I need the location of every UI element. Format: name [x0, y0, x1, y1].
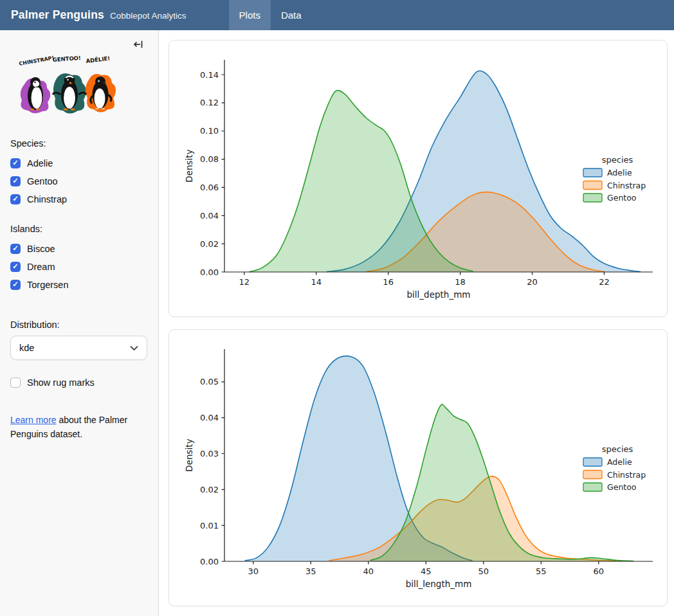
- legend-swatch-Adelie: [583, 168, 602, 177]
- svg-text:0.10: 0.10: [200, 126, 219, 136]
- svg-text:0.02: 0.02: [200, 485, 219, 494]
- svg-text:20: 20: [527, 277, 538, 287]
- series-group: [245, 356, 633, 561]
- legend-label-Gentoo: Gentoo: [607, 193, 637, 203]
- svg-text:0.03: 0.03: [200, 449, 219, 458]
- svg-text:12: 12: [239, 277, 250, 287]
- checkbox-icon[interactable]: [10, 158, 21, 168]
- legend-title: species: [602, 155, 633, 165]
- chevron-down-icon: [130, 345, 138, 351]
- svg-text:40: 40: [363, 566, 374, 576]
- svg-text:30: 30: [248, 566, 259, 576]
- learn-more-link[interactable]: Learn more: [10, 415, 57, 425]
- card-bill-length-plot: 303540455055600.000.010.020.030.040.05bi…: [168, 329, 668, 606]
- species-group-label: Species:: [10, 138, 148, 149]
- svg-text:45: 45: [421, 566, 432, 576]
- legend-swatch-Adelie: [583, 458, 602, 466]
- legend-label-Chinstrap: Chinstrap: [607, 470, 646, 480]
- adelie-label: ADÉLIE!: [86, 55, 111, 64]
- checkbox-island-biscoe[interactable]: Biscoe: [10, 240, 148, 258]
- species-filter-group: Species: Adelie Gentoo Chinstrap: [10, 138, 148, 208]
- svg-text:0.04: 0.04: [200, 413, 219, 422]
- legend-title: species: [602, 444, 633, 454]
- svg-text:0.12: 0.12: [200, 98, 219, 107]
- islands-filter-group: Islands: Biscoe Dream Torgersen: [10, 224, 148, 294]
- density-plot-bill_depth_mm: 1214161820220.000.020.040.060.080.100.12…: [169, 41, 667, 316]
- checkbox-icon[interactable]: [10, 244, 21, 254]
- distribution-select-value: kde: [19, 343, 34, 353]
- brand: Palmer Penguins Cobblepot Analytics: [0, 8, 187, 22]
- legend-label-Adelie: Adelie: [607, 168, 632, 177]
- svg-text:0.14: 0.14: [200, 70, 219, 80]
- checkbox-label: Show rug marks: [27, 377, 95, 388]
- checkbox-icon[interactable]: [10, 280, 21, 290]
- tab-plots[interactable]: Plots: [229, 0, 271, 30]
- legend-label-Chinstrap: Chinstrap: [607, 181, 646, 190]
- x-axis-label: bill_depth_mm: [407, 289, 471, 300]
- svg-text:35: 35: [305, 566, 316, 576]
- svg-text:0.00: 0.00: [200, 267, 219, 277]
- checkbox-island-dream[interactable]: Dream: [10, 258, 148, 276]
- checkbox-label: Biscoe: [27, 244, 55, 254]
- density-plot-bill_length_mm: 303540455055600.000.010.020.030.040.05bi…: [169, 330, 667, 606]
- distribution-select[interactable]: kde: [10, 336, 147, 360]
- app-title: Palmer Penguins: [11, 8, 104, 22]
- legend: speciesAdelieChinstrapGentoo: [583, 155, 646, 203]
- y-axis-label: Density: [184, 439, 194, 471]
- main-content: 1214161820220.000.020.040.060.080.100.12…: [159, 30, 674, 616]
- series-group: [250, 71, 640, 272]
- svg-text:18: 18: [455, 277, 466, 287]
- legend-swatch-Chinstrap: [583, 181, 602, 190]
- sidebar-collapse-icon[interactable]: [132, 39, 144, 50]
- svg-text:55: 55: [536, 566, 547, 576]
- app-subtitle: Cobblepot Analytics: [110, 11, 187, 21]
- x-axis-label: bill_length_mm: [406, 579, 472, 589]
- checkbox-species-chinstrap[interactable]: Chinstrap: [10, 190, 148, 208]
- nav-tabs: Plots Data: [229, 0, 312, 30]
- legend: speciesAdelieChinstrapGentoo: [583, 444, 646, 492]
- svg-text:0.06: 0.06: [200, 183, 219, 192]
- svg-text:60: 60: [594, 566, 605, 576]
- navbar: Palmer Penguins Cobblepot Analytics Plot…: [0, 0, 674, 30]
- islands-group-label: Islands:: [10, 224, 148, 234]
- svg-text:0.04: 0.04: [200, 211, 219, 221]
- svg-text:0.00: 0.00: [200, 557, 219, 566]
- checkbox-label: Adelie: [27, 158, 53, 168]
- svg-text:0.02: 0.02: [200, 239, 219, 249]
- gentoo-label: GENTOO!: [52, 55, 81, 63]
- checkbox-island-torgersen[interactable]: Torgersen: [10, 276, 148, 294]
- svg-text:0.05: 0.05: [200, 377, 219, 386]
- penguins-artwork-image: CHINSTRAP! GENTOO! ADÉLIE!: [10, 55, 120, 119]
- svg-text:0.01: 0.01: [200, 521, 219, 530]
- legend-swatch-Chinstrap: [583, 471, 602, 479]
- svg-text:0.08: 0.08: [200, 154, 219, 164]
- checkbox-label: Dream: [27, 262, 55, 272]
- sidebar-footer-text: Learn more about the Palmer Penguins dat…: [10, 413, 139, 441]
- tab-data[interactable]: Data: [271, 0, 312, 30]
- y-axis-label: Density: [184, 149, 194, 182]
- checkbox-species-adelie[interactable]: Adelie: [10, 154, 148, 172]
- svg-text:50: 50: [478, 566, 489, 576]
- checkbox-label: Torgersen: [27, 280, 68, 290]
- checkbox-show-rug-marks[interactable]: Show rug marks: [10, 374, 148, 392]
- checkbox-label: Gentoo: [27, 176, 58, 186]
- chinstrap-label: CHINSTRAP!: [19, 55, 55, 66]
- svg-text:14: 14: [311, 277, 322, 287]
- legend-label-Adelie: Adelie: [607, 457, 632, 467]
- svg-text:22: 22: [599, 277, 610, 287]
- checkbox-icon[interactable]: [10, 377, 21, 388]
- legend-swatch-Gentoo: [583, 483, 602, 491]
- checkbox-icon[interactable]: [10, 176, 21, 186]
- card-bill-depth-plot: 1214161820220.000.020.040.060.080.100.12…: [168, 40, 668, 317]
- legend-swatch-Gentoo: [583, 194, 602, 202]
- legend-label-Gentoo: Gentoo: [607, 482, 637, 492]
- sidebar: CHINSTRAP! GENTOO! ADÉLIE! Species: Adel…: [0, 30, 159, 616]
- svg-text:16: 16: [383, 277, 394, 287]
- checkbox-icon[interactable]: [10, 262, 21, 272]
- checkbox-label: Chinstrap: [27, 194, 67, 204]
- checkbox-species-gentoo[interactable]: Gentoo: [10, 172, 148, 190]
- distribution-group: Distribution: kde: [10, 320, 148, 360]
- checkbox-icon[interactable]: [10, 194, 21, 204]
- distribution-label: Distribution:: [10, 320, 148, 330]
- arrow-left-to-bar-icon: [132, 39, 144, 50]
